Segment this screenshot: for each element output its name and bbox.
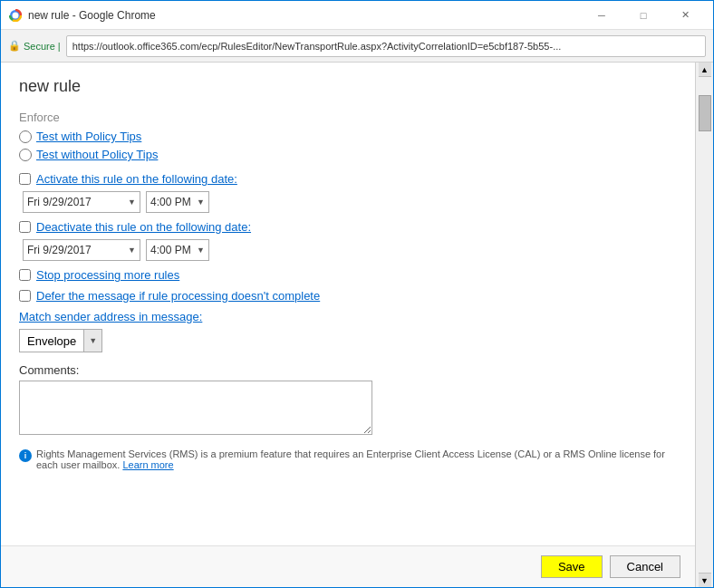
scrollbar-thumb[interactable] xyxy=(699,95,711,131)
radio-label-test-with-policy[interactable]: Test with Policy Tips xyxy=(36,130,141,143)
page-content: new rule Enforce Test with Policy Tips T… xyxy=(1,63,695,545)
activate-date-row: Fri 9/29/2017 ▼ 4:00 PM ▼ xyxy=(23,191,677,213)
divider: | xyxy=(58,41,61,52)
enforce-text: Enforce xyxy=(19,111,677,124)
maximize-button[interactable]: □ xyxy=(622,1,664,30)
minimize-button[interactable]: ─ xyxy=(581,1,622,30)
radio-test-with-policy[interactable]: Test with Policy Tips xyxy=(19,130,677,143)
stop-processing-label[interactable]: Stop processing more rules xyxy=(36,268,179,282)
deactivate-date-value: Fri 9/29/2017 xyxy=(27,244,92,256)
envelope-dropdown-arrow[interactable]: ▼ xyxy=(83,330,101,352)
activate-time-dropdown[interactable]: 4:00 PM ▼ xyxy=(146,191,209,213)
close-button[interactable]: ✕ xyxy=(664,1,706,30)
radio-test-without-policy[interactable]: Test without Policy Tips xyxy=(19,148,677,161)
defer-message-row: Defer the message if rule processing doe… xyxy=(19,289,677,303)
radio-label-test-without-policy[interactable]: Test without Policy Tips xyxy=(36,148,158,161)
activate-checkbox-row: Activate this rule on the following date… xyxy=(19,172,677,186)
activate-label[interactable]: Activate this rule on the following date… xyxy=(36,172,237,186)
info-bar: i Rights Management Services (RMS) is a … xyxy=(19,448,677,470)
deactivate-label[interactable]: Deactivate this rule on the following da… xyxy=(36,220,251,234)
address-bar: 🔒 Secure | https://outlook.office365.com… xyxy=(1,30,713,63)
deactivate-date-row: Fri 9/29/2017 ▼ 4:00 PM ▼ xyxy=(23,239,677,261)
main-content: new rule Enforce Test with Policy Tips T… xyxy=(1,63,695,587)
scrollbar-track xyxy=(699,77,711,573)
defer-message-label[interactable]: Defer the message if rule processing doe… xyxy=(36,289,320,303)
lock-icon: 🔒 xyxy=(8,40,21,52)
window-controls: ─ □ ✕ xyxy=(581,1,706,30)
info-text: Rights Management Services (RMS) is a pr… xyxy=(36,448,677,470)
radio-input-test-with-policy[interactable] xyxy=(19,130,32,143)
learn-more-link[interactable]: Learn more xyxy=(122,459,173,470)
save-button[interactable]: Save xyxy=(541,555,603,578)
deactivate-date-dropdown[interactable]: Fri 9/29/2017 ▼ xyxy=(23,239,140,261)
activate-time-arrow: ▼ xyxy=(197,198,205,207)
envelope-value: Envelope xyxy=(20,330,83,352)
window-title: new rule - Google Chrome xyxy=(28,9,581,22)
defer-message-section: Defer the message if rule processing doe… xyxy=(19,289,677,303)
browser-window: new rule - Google Chrome ─ □ ✕ 🔒 Secure … xyxy=(0,0,714,588)
activate-time-value: 4:00 PM xyxy=(150,196,191,208)
envelope-dropdown-container[interactable]: Envelope ▼ xyxy=(19,329,102,352)
app-icon xyxy=(8,8,23,23)
radio-group: Test with Policy Tips Test without Polic… xyxy=(19,130,677,161)
url-text: https://outlook.office365.com/ecp/RulesE… xyxy=(72,41,562,52)
svg-point-1 xyxy=(13,12,19,18)
deactivate-time-value: 4:00 PM xyxy=(150,244,191,256)
deactivate-time-arrow: ▼ xyxy=(197,246,205,255)
secure-badge: 🔒 Secure | xyxy=(8,40,61,52)
scroll-up-button[interactable]: ▲ xyxy=(699,63,711,77)
cancel-button[interactable]: Cancel xyxy=(610,555,680,578)
deactivate-checkbox-row: Deactivate this rule on the following da… xyxy=(19,220,677,234)
scrollbar-panel: ▲ ▼ xyxy=(695,63,713,587)
comments-textarea[interactable] xyxy=(19,381,372,435)
deactivate-checkbox[interactable] xyxy=(19,221,31,233)
activate-date-arrow: ▼ xyxy=(128,198,136,207)
activate-checkbox[interactable] xyxy=(19,173,31,185)
defer-message-checkbox[interactable] xyxy=(19,290,31,302)
match-sender-label[interactable]: Match sender address in message: xyxy=(19,310,677,323)
activate-date-dropdown[interactable]: Fri 9/29/2017 ▼ xyxy=(23,191,140,213)
stop-processing-checkbox[interactable] xyxy=(19,269,31,281)
stop-processing-section: Stop processing more rules xyxy=(19,268,677,282)
deactivate-section: Deactivate this rule on the following da… xyxy=(19,220,677,261)
comments-label: Comments: xyxy=(19,363,677,377)
info-icon: i xyxy=(19,449,32,462)
footer: Save Cancel xyxy=(1,545,695,587)
deactivate-time-dropdown[interactable]: 4:00 PM ▼ xyxy=(146,239,209,261)
browser-content: new rule Enforce Test with Policy Tips T… xyxy=(1,63,713,587)
match-sender-section: Match sender address in message: Envelop… xyxy=(19,310,677,352)
radio-input-test-without-policy[interactable] xyxy=(19,149,32,161)
mode-section: Enforce Test with Policy Tips Test witho… xyxy=(19,111,677,161)
scroll-down-button[interactable]: ▼ xyxy=(699,573,711,587)
title-bar: new rule - Google Chrome ─ □ ✕ xyxy=(1,1,713,30)
deactivate-date-arrow: ▼ xyxy=(128,246,136,255)
secure-label: Secure xyxy=(24,41,55,52)
activate-date-value: Fri 9/29/2017 xyxy=(27,196,92,208)
address-url[interactable]: https://outlook.office365.com/ecp/RulesE… xyxy=(66,35,706,57)
activate-section: Activate this rule on the following date… xyxy=(19,172,677,213)
stop-processing-row: Stop processing more rules xyxy=(19,268,677,282)
comments-section: Comments: xyxy=(19,363,677,438)
page-title: new rule xyxy=(19,77,677,96)
